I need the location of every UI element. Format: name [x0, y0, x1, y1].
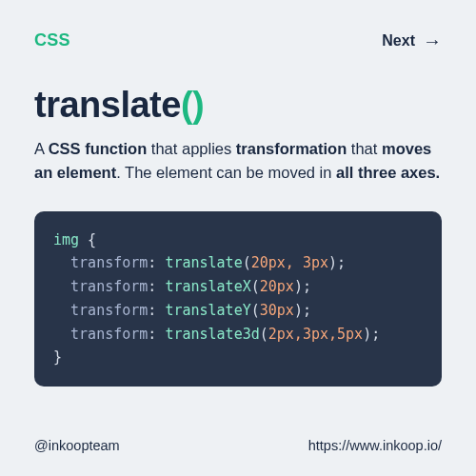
code-colon: :: [148, 326, 165, 343]
code-semi: ;: [303, 278, 311, 295]
code-line: transform: translate(20px, 3px);: [53, 251, 423, 275]
code-fn: translate3d: [165, 326, 259, 343]
next-button[interactable]: Next →: [382, 31, 442, 50]
code-line: transform: translate3d(2px,3px,5px);: [53, 323, 423, 347]
title-parens: (): [181, 85, 204, 125]
code-paren: ): [294, 278, 303, 295]
title-name: translate: [34, 85, 181, 125]
description: A CSS function that applies transformati…: [34, 137, 442, 185]
code-args: 2px,3px,5px: [268, 326, 363, 343]
code-args: 30px: [260, 302, 294, 319]
code-paren: ): [328, 254, 337, 271]
code-paren: (: [251, 278, 260, 295]
header: CSS Next →: [34, 30, 442, 50]
code-colon: :: [148, 302, 165, 319]
code-line-open: img {: [53, 228, 423, 252]
code-semi: ;: [337, 254, 346, 271]
code-prop: transform: [70, 278, 148, 295]
code-line: transform: translateX(20px);: [53, 275, 423, 299]
desc-text: . The element can be moved in: [116, 164, 336, 181]
desc-bold: all three axes.: [336, 164, 440, 181]
code-paren: ): [363, 326, 371, 343]
url-link[interactable]: https://www.inkoop.io/: [308, 438, 442, 453]
code-paren: (: [251, 302, 260, 319]
desc-text: that applies: [147, 140, 236, 157]
footer: @inkoopteam https://www.inkoop.io/: [34, 438, 442, 453]
code-semi: ;: [303, 302, 311, 319]
code-colon: :: [148, 254, 165, 271]
page-title: translate(): [34, 85, 442, 126]
code-line: transform: translateY(30px);: [53, 299, 423, 323]
code-semi: ;: [371, 326, 380, 343]
code-args: 20px: [260, 278, 294, 295]
next-label: Next: [382, 32, 415, 50]
code-args: 20px, 3px: [251, 254, 328, 271]
code-selector: img: [53, 231, 79, 248]
arrow-right-icon: →: [423, 31, 442, 50]
code-prop: transform: [70, 302, 148, 319]
code-block: img { transform: translate(20px, 3px); t…: [34, 211, 442, 387]
code-paren: (: [243, 254, 251, 271]
code-colon: :: [148, 278, 165, 295]
desc-text: A: [34, 140, 49, 157]
code-fn: translateX: [165, 278, 250, 295]
code-fn: translate: [165, 254, 242, 271]
desc-bold: transformation: [236, 140, 347, 157]
code-paren: ): [294, 302, 303, 319]
code-brace: {: [79, 231, 96, 248]
code-line-close: }: [53, 346, 423, 369]
desc-text: that: [347, 140, 382, 157]
desc-bold: CSS function: [49, 140, 148, 157]
code-paren: (: [260, 326, 268, 343]
handle[interactable]: @inkoopteam: [34, 438, 120, 453]
category-label: CSS: [34, 30, 70, 50]
code-prop: transform: [70, 254, 148, 271]
code-fn: translateY: [165, 302, 250, 319]
code-prop: transform: [70, 326, 148, 343]
code-brace: }: [53, 348, 62, 366]
